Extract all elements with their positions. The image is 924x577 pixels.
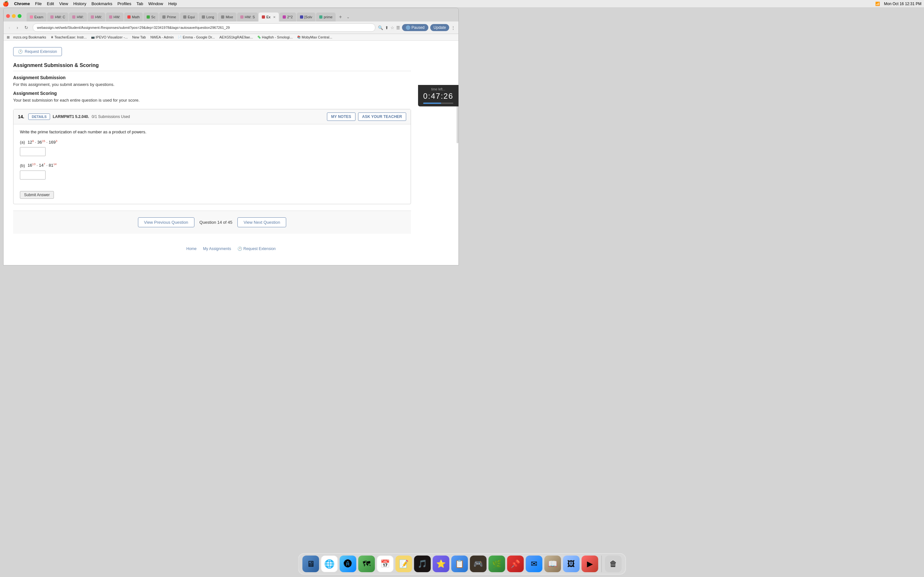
tab-solv[interactable]: [Solv [297,13,315,21]
scroll-bar[interactable] [457,105,459,143]
details-btn[interactable]: DETAILS [28,113,50,120]
scoring-subtitle: Assignment Scoring [13,91,411,96]
nav-icons: 🔍 ⬆ ☆ ☰ Paused Update ⋮ [378,24,455,31]
exp1-a: 9 [32,139,34,143]
timer-minutes: 0 [423,92,428,100]
search-icon[interactable]: 🔍 [378,25,383,30]
view-menu[interactable]: View [59,1,68,6]
tab-ex-active[interactable]: Ex ✕ [258,13,279,21]
tab-hw2[interactable]: HW: [69,13,87,21]
my-notes-btn[interactable]: MY NOTES [327,113,355,121]
tab-menu[interactable]: Tab [136,1,143,6]
add-tab-btn[interactable]: + [336,13,344,21]
forward-btn[interactable]: › [15,24,20,31]
tab-dropdown-icon[interactable]: ⌄ [347,15,350,19]
timer-bar-fill [423,103,441,104]
sub-label-a: (a) 129 · 3615 · 1693 [20,139,404,145]
nav-bar: ‹ › ↻ 🔍 ⬆ ☆ ☰ Paused Update ⋮ [3,21,459,34]
bookmarks-menu[interactable]: Bookmarks [91,1,112,6]
maximize-window-btn[interactable] [18,14,21,18]
bookmark-ipevo[interactable]: 📷 IPEVO Visualizer -... [90,35,129,39]
mid1-b: · 14 [37,163,44,168]
footer-request-ext-link[interactable]: 🕐 Request Extension [237,247,276,251]
bookmark-mobymax[interactable]: 📚 MobyMax Central... [296,35,333,39]
tab-hw3[interactable]: HW: [87,13,105,21]
tab-hw4[interactable]: HW: [106,13,124,21]
question-instruction: Write the prime factorization of each nu… [20,129,404,134]
tab-long[interactable]: Long [199,13,217,21]
close-tab-icon[interactable]: ✕ [273,15,276,19]
share-icon[interactable]: ⬆ [385,25,389,30]
base1-b: 16 [27,163,32,168]
tab-hws[interactable]: HW: S [237,13,258,21]
address-bar[interactable] [33,23,375,32]
timer-sep1: : [428,92,431,100]
question-reference: LARMPMT1 5.2.040. [53,114,89,119]
exp2-b: 7 [44,163,45,166]
tab-bar: Exam HW: C HW: HW: HW: Math [24,11,456,21]
tab-mixe[interactable]: Mixe [218,13,236,21]
profiles-menu[interactable]: Profiles [118,1,131,6]
scoring-text: Your best submission for each entire que… [13,98,411,103]
exp1-b: 13 [32,163,35,166]
chrome-menu[interactable]: Chrome [14,1,30,6]
section-title: Assignment Submission & Scoring [13,63,411,71]
request-extension-btn[interactable]: 🕐 Request Extension [13,47,62,56]
sub-label-b: (b) 1613 · 147 · 8114 [20,163,404,168]
paused-btn[interactable]: Paused [402,24,429,31]
grid-icon: ⊞ [7,35,10,39]
bookmark-aexg[interactable]: AEXG51kgRAE9ae... [218,35,254,39]
tab-equi[interactable]: Equi [180,13,198,21]
exp2-a: 15 [42,139,45,143]
tab-math[interactable]: Math [124,13,143,21]
timer-bar [423,103,453,104]
bookmark-emma[interactable]: 📄 Emma - Google Dr... [177,35,216,39]
bookmark-hagfish[interactable]: 🦠 Hagfish - Smologi... [256,35,294,39]
bookmark-nwea[interactable]: NWEA - Admin [150,35,175,39]
history-menu[interactable]: History [73,1,86,6]
window-menu[interactable]: Window [148,1,163,6]
apple-menu[interactable]: 🍎 [3,1,9,7]
bookmark-teacherease[interactable]: 🖥 TeacherEase: Instr... [50,35,87,39]
bookmark-newtab[interactable]: New Tab [131,35,147,39]
bookmark-icon[interactable]: ☆ [391,25,394,30]
bookmarks-bar: ⊞ mzcs.org Bookmarks 🖥 TeacherEase: Inst… [3,34,459,41]
mid2-a: · 169 [46,140,55,145]
my-assignments-link[interactable]: My Assignments [203,247,231,251]
clock-icon: 🕐 [18,49,23,54]
close-window-btn[interactable] [6,14,10,18]
view-prev-question-btn[interactable]: View Previous Question [138,218,194,227]
tab-sc[interactable]: Sc [144,13,158,21]
sub-question-b: (b) 1613 · 147 · 8114 [20,163,404,179]
page-footer: Home My Assignments 🕐 Request Extension [3,240,459,258]
timer-overlay: time left... 0:47:26 [418,85,459,106]
sidebar-icon[interactable]: ☰ [396,25,400,30]
minimize-window-btn[interactable] [12,14,16,18]
timer-seconds-tens: 47 [431,92,441,100]
tab-primeg[interactable]: prime [316,13,336,21]
refresh-btn[interactable]: ↻ [23,24,30,31]
window-controls [6,14,21,18]
back-btn[interactable]: ‹ [7,24,12,31]
bookmark-mzcs[interactable]: mzcs.org Bookmarks [12,35,47,39]
edit-menu[interactable]: Edit [47,1,54,6]
sub-expr-b: 1613 · 147 · 8114 [27,163,57,168]
sub-expr-a: 129 · 3615 · 1693 [27,139,57,145]
clock-icon-footer: 🕐 [237,247,242,251]
file-menu[interactable]: File [35,1,42,6]
update-btn[interactable]: Update [430,24,449,31]
tab-exam[interactable]: Exam [27,13,47,21]
question-number: 14. [18,114,24,119]
tab-squared[interactable]: 2^2 [279,13,296,21]
view-next-question-btn[interactable]: View Next Question [237,218,286,227]
tab-prime[interactable]: Prime [159,13,179,21]
ask-teacher-btn[interactable]: ASK YOUR TEACHER [358,113,406,121]
answer-input-b[interactable] [20,171,45,179]
more-icon[interactable]: ⋮ [451,25,455,30]
home-link[interactable]: Home [186,247,197,251]
help-menu[interactable]: Help [168,1,177,6]
answer-input-a[interactable] [20,147,45,156]
header-actions: MY NOTES ASK YOUR TEACHER [327,113,406,121]
tab-hw1[interactable]: HW: C [47,13,68,21]
submit-answer-btn[interactable]: Submit Answer [20,191,54,199]
